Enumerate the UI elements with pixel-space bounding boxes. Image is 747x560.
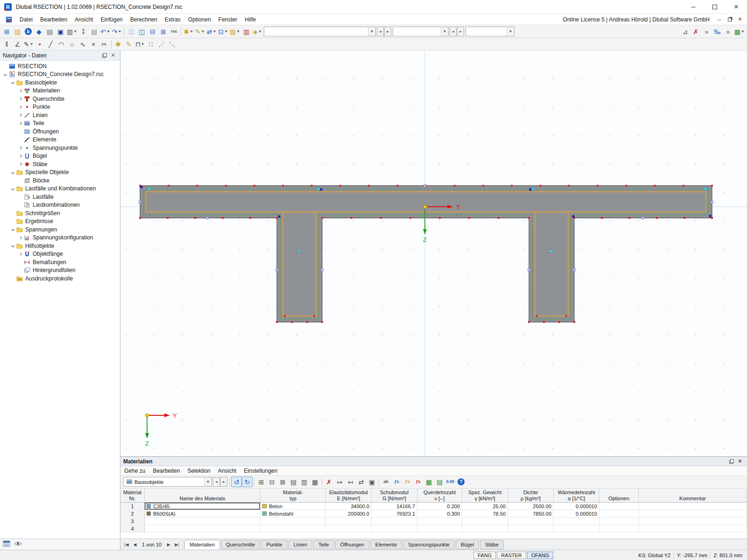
expand-icon[interactable] xyxy=(17,155,23,157)
menu-optionen[interactable]: Optionen xyxy=(184,15,215,24)
sync-view-button[interactable]: ↻ xyxy=(242,476,253,487)
comment-cell[interactable] xyxy=(639,518,747,525)
expand-icon[interactable] xyxy=(17,90,23,92)
float-dock-icon[interactable] xyxy=(727,458,736,465)
density-cell[interactable] xyxy=(508,525,554,532)
chevron-down-icon[interactable]: ▼ xyxy=(141,42,145,46)
mdi-restore-button[interactable] xyxy=(725,15,735,24)
material-name-cell[interactable] xyxy=(145,518,261,525)
tree-item-hintergrundfolien[interactable]: Hintergrundfolien xyxy=(0,266,120,275)
shear-modulus-cell[interactable] xyxy=(372,525,417,532)
specific-weight-cell[interactable] xyxy=(462,525,508,532)
dock-menu-gehe-zu[interactable]: Gehe zu xyxy=(120,467,149,475)
rsc-window-button[interactable]: rsc xyxy=(169,26,179,37)
tree-item-spannungspunkte[interactable]: Spannungspunkte xyxy=(0,144,120,152)
elastic-modulus-cell[interactable] xyxy=(326,518,372,525)
formula-edit-button[interactable]: ƒx xyxy=(402,476,413,487)
tree-item-b-gel[interactable]: Bügel xyxy=(0,152,120,161)
material-name-cell[interactable] xyxy=(145,525,261,532)
toggle-fang[interactable]: FANG xyxy=(473,552,496,559)
user-profile-combo[interactable]: ▼ xyxy=(393,27,449,36)
row-number-cell[interactable]: 4 xyxy=(120,525,145,532)
poisson-ratio-cell[interactable]: 0.200 xyxy=(417,503,462,510)
printout-report-button[interactable]: ▤ xyxy=(89,26,99,37)
tree-item-punkte[interactable]: Punkte xyxy=(0,103,120,112)
options-cell[interactable] xyxy=(599,503,639,510)
expand-icon[interactable] xyxy=(17,122,23,125)
table-group-combo-prev-button[interactable]: ◂ xyxy=(213,477,220,487)
shear-modulus-cell[interactable] xyxy=(372,518,417,525)
column-header-1-c[interactable]: Wärmedehnzahlα [1/°C] xyxy=(554,489,599,503)
tree-item-lastf-lle-und-kombinationen[interactable]: Lastfälle und Kombinationen xyxy=(0,185,120,193)
expand-icon[interactable] xyxy=(17,98,23,100)
formula-clear-button[interactable]: ƒx xyxy=(413,476,423,487)
tree-item-elemente[interactable]: Elemente xyxy=(0,136,120,144)
section-drawing[interactable]: Y Z Y Z xyxy=(120,50,747,456)
view-split-vertical-button[interactable]: ◫ xyxy=(136,26,147,37)
table-row[interactable]: 4 xyxy=(120,525,747,532)
draw-circle-button[interactable]: ○ xyxy=(67,39,78,49)
material-type-cell[interactable]: Betonstahl xyxy=(261,510,326,518)
table-row[interactable]: 3 xyxy=(120,518,747,525)
column-header-optionen[interactable]: Optionen xyxy=(599,489,639,503)
table-group-combo-next-button[interactable]: ▸ xyxy=(220,477,227,487)
tree-item-hilfsobjekte[interactable]: Hilfsobjekte xyxy=(0,242,120,250)
exchange-rows-button[interactable]: ⇄ xyxy=(356,476,366,487)
tab-elemente[interactable]: Elemente xyxy=(370,540,402,549)
origin-node[interactable] xyxy=(423,205,427,209)
dock-menu-bearbeiten[interactable]: Bearbeiten xyxy=(149,467,183,475)
maximize-button[interactable] xyxy=(704,0,726,14)
record-prev-button[interactable]: ◀ xyxy=(131,540,139,549)
export-table-button[interactable]: ↤ xyxy=(345,476,356,487)
visibility-combo-next-button[interactable]: ▸ xyxy=(384,27,391,36)
comment-cell[interactable] xyxy=(639,525,747,532)
table-edit-button[interactable]: ▤ xyxy=(288,476,299,487)
shear-modulus-cell[interactable]: 76923.1 xyxy=(372,510,417,518)
tab-st-be[interactable]: Stäbe xyxy=(480,540,504,549)
draw-tools-button[interactable]: ✎▼ xyxy=(23,39,35,49)
chevron-down-icon[interactable]: ▼ xyxy=(224,29,228,34)
display-navigator-eye-icon[interactable] xyxy=(14,541,22,548)
row-number-cell[interactable]: 1 xyxy=(120,503,145,510)
expand-icon[interactable] xyxy=(17,106,23,108)
delete-all-results-button[interactable]: ✗ xyxy=(691,26,701,37)
stress-points-generate-button[interactable]: ✱ xyxy=(113,39,124,49)
dock-menu-einstellungen[interactable]: Einstellungen xyxy=(240,467,281,475)
table-group-combo[interactable]: Basisobjekte▼ xyxy=(123,477,212,487)
block-tools-button[interactable]: ⊡▼ xyxy=(217,26,229,37)
dock-menu-ansicht[interactable]: Ansicht xyxy=(214,467,240,475)
collapse-icon[interactable] xyxy=(9,245,16,247)
expand-icon[interactable] xyxy=(17,114,23,116)
record-last-button[interactable]: ▶| xyxy=(173,540,181,549)
density-cell[interactable]: 2500.00 xyxy=(508,503,554,510)
tree-item-rsection-concrete-design7-rsc[interactable]: RSECTION_Concrete Design7.rsc xyxy=(0,70,120,79)
tree-item-basisobjekte[interactable]: Basisobjekte xyxy=(0,78,120,87)
chevron-down-icon[interactable]: ▼ xyxy=(507,27,514,36)
collapse-icon[interactable] xyxy=(2,73,8,76)
comment-cell[interactable] xyxy=(639,503,747,510)
thermal-expansion-cell[interactable]: 0.000010 xyxy=(554,510,599,518)
inclined-lines-button[interactable]: ∠ xyxy=(12,39,23,49)
column-header-typ[interactable]: Material-typ xyxy=(261,489,326,503)
menu-hilfe[interactable]: Hilfe xyxy=(241,15,260,24)
toggle-ofang[interactable]: OFANG xyxy=(527,552,554,559)
options-cell[interactable] xyxy=(599,525,639,532)
edit-objects-button[interactable]: ✎▼ xyxy=(194,26,206,37)
rebar-row-button[interactable]: ∷ xyxy=(146,39,156,49)
tree-item-lastf-lle[interactable]: Lastfälle xyxy=(0,193,120,201)
tree-item-linien[interactable]: Linien xyxy=(0,111,120,119)
density-cell[interactable]: 7850.00 xyxy=(508,510,554,518)
thermal-expansion-cell[interactable] xyxy=(554,525,599,532)
close-dock-icon[interactable]: ✕ xyxy=(736,458,744,465)
close-panel-icon[interactable]: ✕ xyxy=(109,52,117,59)
scale-combo[interactable]: ▼ xyxy=(465,27,514,36)
undo-button[interactable]: ↶▼ xyxy=(99,26,111,37)
trim-lines-button[interactable]: ✂ xyxy=(99,39,110,49)
chevron-down-icon[interactable]: ▼ xyxy=(30,42,34,46)
material-type-cell[interactable] xyxy=(261,525,326,532)
sync-selection-button[interactable]: ↺ xyxy=(231,476,242,487)
material-type-cell[interactable]: Beton xyxy=(261,503,326,510)
material-library-button[interactable]: ▤ xyxy=(434,476,445,487)
toggle-raster[interactable]: RASTER xyxy=(497,552,526,559)
tree-item-st-be[interactable]: Stäbe xyxy=(0,160,120,168)
